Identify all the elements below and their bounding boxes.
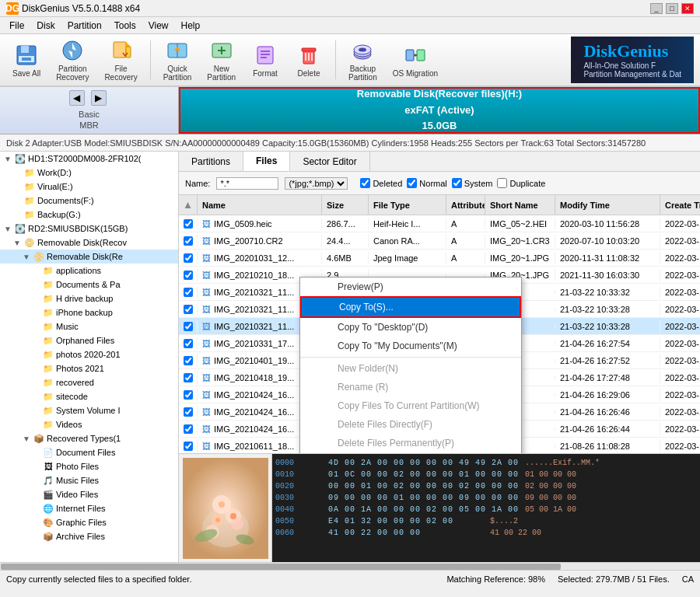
- file-check[interactable]: [179, 423, 198, 435]
- expand-musicfiles[interactable]: [31, 476, 40, 485]
- tree-item-photos2020[interactable]: 📁 photos 2020-201: [0, 347, 178, 361]
- expand-recoveredtypes[interactable]: ▼: [22, 434, 31, 443]
- tab-partitions[interactable]: Partitions: [179, 152, 243, 171]
- ctx-item-preview-p-[interactable]: Preview(P): [300, 278, 521, 296]
- expand-work[interactable]: [12, 168, 22, 177]
- tree-item-archivefiles[interactable]: 📦 Archive Files: [0, 529, 178, 543]
- file-recovery-button[interactable]: FileRecovery: [98, 35, 143, 85]
- expand-documents2[interactable]: [31, 280, 40, 289]
- row-checkbox[interactable]: [184, 407, 193, 417]
- tree-item-sitecode[interactable]: 📁 sitecode: [0, 389, 178, 403]
- duplicate-checkbox[interactable]: [497, 178, 507, 188]
- expand-recovered[interactable]: [31, 378, 40, 387]
- expand-orphaned[interactable]: [31, 336, 40, 345]
- menu-tools[interactable]: Tools: [108, 19, 142, 33]
- file-check[interactable]: [179, 252, 198, 264]
- row-checkbox[interactable]: [184, 288, 193, 297]
- expand-photos2021[interactable]: [31, 364, 40, 373]
- expand-virual[interactable]: [12, 182, 22, 191]
- tree-item-systemvolume[interactable]: 📁 System Volume I: [0, 403, 178, 417]
- file-check[interactable]: [179, 337, 198, 350]
- tree-item-removable1[interactable]: ▼ 📀 Removable Disk(Recov: [0, 236, 178, 250]
- expand-archivefiles[interactable]: [31, 532, 40, 541]
- tree-item-iphone[interactable]: 📁 iPhone backup: [0, 305, 178, 319]
- row-checkbox[interactable]: [184, 442, 193, 451]
- forward-button[interactable]: ▶: [91, 90, 107, 106]
- file-check[interactable]: [179, 372, 198, 384]
- ctx-item-copy-to-s----[interactable]: Copy To(S)...: [300, 296, 521, 318]
- ctx-item-copy-to--desktop--d-[interactable]: Copy To "Desktop"(D): [300, 318, 521, 337]
- name-input[interactable]: [216, 177, 278, 190]
- expand-photofiles[interactable]: [31, 462, 40, 471]
- file-check[interactable]: [179, 286, 198, 298]
- expand-backup[interactable]: [12, 210, 22, 219]
- menu-file[interactable]: File: [3, 19, 30, 33]
- tree-item-internetfiles[interactable]: 🌐 Internet Files: [0, 501, 178, 515]
- tree-item-applications[interactable]: 📁 applications: [0, 264, 178, 278]
- ctx-item-copy-to--my-documents--m-[interactable]: Copy To "My Documents"(M): [300, 337, 521, 355]
- tree-item-music[interactable]: 📁 Music: [0, 319, 178, 333]
- file-check[interactable]: [179, 218, 198, 230]
- tree-item-hdrivebackup[interactable]: 📁 H drive backup: [0, 292, 178, 305]
- expand-music[interactable]: [31, 322, 40, 331]
- tree-item-hd1[interactable]: ▼ 💽 HD1:ST2000DM008-2FR102(: [0, 152, 178, 166]
- expand-hd1[interactable]: ▼: [3, 154, 12, 163]
- tree-item-documents[interactable]: 📁 Documents(F:): [0, 194, 178, 208]
- expand-docfiles[interactable]: [31, 448, 40, 457]
- scrollbar-thumb[interactable]: [1, 564, 561, 570]
- tree-item-videos[interactable]: 📁 Videos: [0, 417, 178, 431]
- format-button[interactable]: Format: [245, 40, 285, 81]
- horizontal-scrollbar[interactable]: [0, 562, 700, 570]
- tree-item-photos2021[interactable]: 📁 Photos 2021: [0, 361, 178, 375]
- filter-system[interactable]: System: [452, 178, 493, 188]
- expand-photos2020[interactable]: [31, 350, 40, 359]
- tab-sector-editor[interactable]: Sector Editor: [290, 152, 369, 171]
- tree-item-docfiles[interactable]: 📄 Document Files: [0, 445, 178, 459]
- col-header-create[interactable]: Create Tim: [660, 195, 700, 215]
- maximize-button[interactable]: □: [666, 3, 678, 14]
- filter-duplicate[interactable]: Duplicate: [497, 178, 545, 188]
- filter-select[interactable]: (*jpg;*.bmp): [285, 177, 348, 190]
- tree-item-rd2[interactable]: ▼ 💽 RD2:SMIUSBDISK(15GB): [0, 222, 178, 236]
- expand-removable1[interactable]: ▼: [12, 238, 22, 247]
- backup-partition-button[interactable]: BackupPartition: [342, 35, 383, 85]
- file-check[interactable]: [179, 389, 198, 401]
- normal-checkbox[interactable]: [407, 178, 417, 188]
- expand-hdrivebackup[interactable]: [31, 294, 40, 303]
- tree-item-removable2[interactable]: ▼ 📀 Removable Disk(Re: [0, 250, 178, 264]
- row-checkbox[interactable]: [184, 322, 193, 331]
- row-checkbox[interactable]: [184, 424, 193, 434]
- table-row[interactable]: 🖼 IMG_200710.CR2 24.4... Canon RA... A I…: [179, 232, 700, 250]
- os-migration-button[interactable]: OS Migration: [387, 40, 444, 81]
- expand-applications[interactable]: [31, 266, 40, 275]
- expand-systemvolume[interactable]: [31, 406, 40, 415]
- tree-item-graphicfiles[interactable]: 🎨 Graphic Files: [0, 515, 178, 529]
- tree-item-orphaned[interactable]: 📁 Orphaned Files: [0, 333, 178, 347]
- tree-item-videofiles[interactable]: 🎬 Video Files: [0, 487, 178, 501]
- table-row[interactable]: 🖼 IMG_20201031_12... 4.6MB Jpeg Image A …: [179, 250, 700, 267]
- save-all-button[interactable]: Save All: [6, 40, 47, 81]
- expand-documents[interactable]: [12, 196, 22, 205]
- tree-item-recoveredtypes[interactable]: ▼ 📦 Recovered Types(1: [0, 431, 178, 445]
- expand-rd2[interactable]: ▼: [3, 224, 12, 233]
- col-header-modify[interactable]: Modify Time: [555, 195, 660, 215]
- partition-recovery-button[interactable]: PartitionRecovery: [50, 35, 95, 85]
- file-check[interactable]: [179, 303, 198, 316]
- file-check[interactable]: [179, 235, 198, 247]
- menu-view[interactable]: View: [142, 19, 175, 33]
- new-partition-button[interactable]: NewPartition: [201, 35, 242, 85]
- delete-button[interactable]: Delete: [289, 40, 329, 81]
- menu-help[interactable]: Help: [175, 19, 207, 33]
- row-checkbox[interactable]: [184, 253, 193, 263]
- col-header-short[interactable]: Short Name: [485, 195, 555, 215]
- tree-item-backup[interactable]: 📁 Backup(G:): [0, 208, 178, 222]
- tree-item-virual[interactable]: 📁 Virual(E:): [0, 180, 178, 194]
- file-check[interactable]: [179, 320, 198, 333]
- deleted-checkbox[interactable]: [360, 178, 370, 188]
- back-button[interactable]: ◀: [69, 90, 85, 106]
- row-checkbox[interactable]: [184, 219, 193, 229]
- expand-videofiles[interactable]: [31, 490, 40, 499]
- tree-item-work[interactable]: 📁 Work(D:): [0, 166, 178, 180]
- col-header-name[interactable]: Name: [198, 195, 322, 215]
- row-checkbox[interactable]: [184, 390, 193, 400]
